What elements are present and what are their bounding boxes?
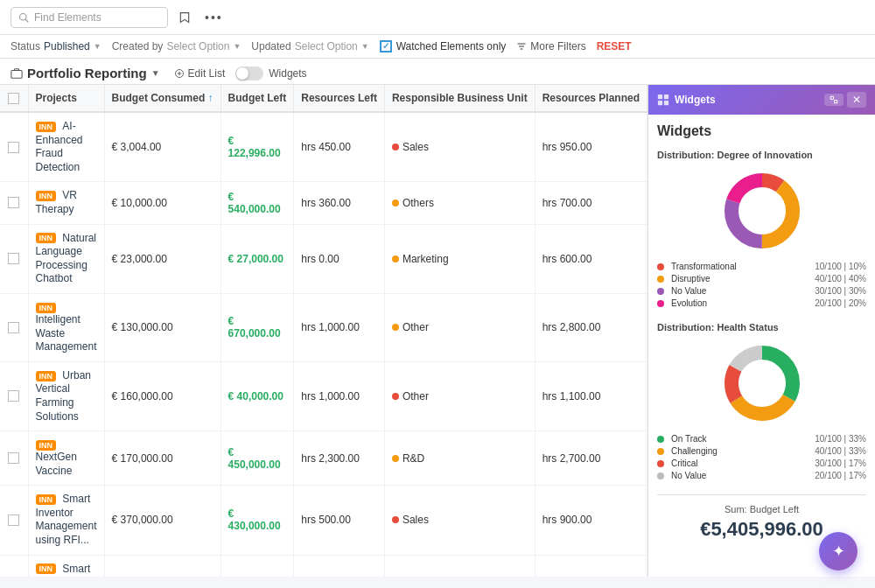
watched-label: Watched Elements only — [396, 40, 507, 52]
portfolio-icon — [10, 67, 23, 80]
row-budget-left: € 670,000.00 — [220, 293, 294, 361]
table-row: INN Smart Home Automation Integration € … — [0, 555, 648, 577]
edit-list-button[interactable]: Edit List — [174, 67, 226, 80]
row-project: INN Natural Language Processing Chatbot — [28, 224, 104, 293]
row-tag: INN — [36, 122, 57, 132]
svg-rect-11 — [658, 101, 662, 105]
created-filter[interactable]: Created by Select Option ▼ — [112, 40, 242, 52]
status-filter[interactable]: Status Published ▼ — [10, 40, 102, 52]
row-tag: INN — [36, 303, 57, 313]
table-area[interactable]: Projects Budget Consumed ↑ Budget Left R… — [0, 85, 648, 577]
panel-title: Widgets — [675, 94, 716, 106]
row-checkbox-cell — [0, 293, 28, 361]
row-resources-planned: hrs 2,700.00 — [535, 431, 647, 486]
budget-left-link[interactable]: € 450,000.00 — [228, 446, 281, 471]
row-rbu: Marketing — [384, 224, 535, 293]
filter-icon — [516, 41, 527, 52]
row-checkbox[interactable] — [8, 322, 19, 333]
select-all-checkbox[interactable] — [8, 93, 19, 104]
row-project: INN Intelligent Waste Management — [28, 293, 104, 361]
th-rbu: Responsible Business Unit — [384, 85, 535, 112]
row-budget-left: € 122,996.00 — [220, 112, 294, 182]
bookmark-icon — [178, 11, 191, 24]
row-resources-left: hrs 1,000.00 — [294, 293, 385, 361]
panel-header-left: Widgets — [657, 94, 716, 106]
panel-close-button[interactable]: ✕ — [847, 92, 866, 108]
reset-button[interactable]: RESET — [597, 40, 632, 52]
donut2-chart — [657, 340, 866, 427]
donut1-section: Distribution: Degree of Innovation — [657, 150, 866, 308]
created-value: Select Option — [166, 40, 229, 52]
svg-rect-14 — [835, 101, 837, 103]
budget-left-link[interactable]: € 430,000.00 — [228, 508, 281, 532]
sort-icon: ↑ — [208, 92, 214, 104]
row-checkbox[interactable] — [8, 197, 19, 208]
row-budget-consumed: € 130,000.00 — [104, 293, 220, 361]
search-icon — [18, 12, 29, 23]
th-select-all[interactable] — [0, 85, 28, 112]
status-value: Published — [44, 40, 90, 52]
row-checkbox[interactable] — [8, 253, 19, 264]
watched-filter[interactable]: ✓ Watched Elements only — [380, 40, 507, 52]
row-budget-left: € 540,000.00 — [220, 182, 294, 224]
widgets-label: Widgets — [269, 67, 306, 80]
panel-resize-button[interactable] — [824, 94, 844, 106]
main-layout: Projects Budget Consumed ↑ Budget Left R… — [0, 85, 875, 577]
row-resources-left: hrs 750.00 — [294, 555, 385, 577]
row-budget-consumed: € 160,000.00 — [104, 361, 220, 430]
legend-item: Evolution 20/100 | 20% — [657, 298, 866, 308]
legend-item: On Track 10/100 | 33% — [657, 434, 866, 444]
row-checkbox[interactable] — [8, 452, 19, 464]
row-checkbox[interactable] — [8, 390, 19, 402]
table-row: INN Urban Vertical Farming Solutions € 1… — [0, 361, 648, 430]
more-filters-button[interactable]: More Filters — [516, 40, 585, 52]
widgets-toggle[interactable]: Widgets — [235, 66, 306, 80]
row-rbu: R&D — [384, 431, 535, 486]
row-resources-planned: hrs 600.00 — [535, 224, 647, 293]
row-checkbox[interactable] — [8, 514, 19, 526]
row-budget-left: € 600,000.00 — [220, 555, 294, 577]
title-dropdown-icon[interactable]: ▼ — [151, 68, 160, 78]
row-checkbox-cell — [0, 224, 28, 293]
search-box[interactable]: Find Elements — [10, 7, 168, 28]
watched-checkbox[interactable]: ✓ — [380, 40, 392, 52]
row-budget-consumed: € 10,000.00 — [104, 182, 220, 224]
table-row: INN AI-Enhanced Fraud Detection € 3,004.… — [0, 112, 648, 182]
row-checkbox[interactable] — [8, 142, 19, 153]
updated-filter[interactable]: Updated Select Option ▼ — [251, 40, 368, 52]
row-tag: INN — [36, 494, 57, 505]
budget-left-link[interactable]: € 540,000.00 — [228, 191, 281, 215]
budget-left-link[interactable]: € 27,000.00 — [228, 253, 284, 265]
row-tag: INN — [36, 191, 57, 201]
row-checkbox-cell — [0, 361, 28, 430]
row-tag: INN — [36, 564, 57, 574]
svg-rect-12 — [664, 101, 668, 105]
row-project: INN Urban Vertical Farming Solutions — [28, 361, 104, 430]
budget-left-link[interactable]: € 122,996.00 — [228, 135, 281, 159]
row-budget-consumed: € 23,000.00 — [104, 224, 220, 293]
panel-header: Widgets ✕ — [648, 85, 875, 115]
budget-left-link[interactable]: € 40,000.00 — [228, 390, 284, 402]
bookmark-button[interactable] — [175, 8, 194, 27]
legend-item: Challenging 40/100 | 33% — [657, 446, 866, 456]
panel-body[interactable]: Widgets Distribution: Degree of Innovati… — [648, 115, 875, 577]
fab-icon: ✦ — [832, 542, 845, 561]
row-resources-left: hrs 0.00 — [294, 224, 385, 293]
more-button[interactable]: ••• — [201, 7, 227, 28]
donut1-chart — [657, 167, 866, 255]
th-budget-consumed[interactable]: Budget Consumed ↑ — [104, 85, 220, 112]
widgets-panel-icon — [657, 94, 669, 106]
status-dropdown-icon: ▼ — [94, 42, 102, 51]
budget-left-link[interactable]: € 670,000.00 — [228, 315, 281, 340]
row-rbu: Sales — [384, 112, 535, 182]
th-resources-left: Resources Left — [294, 85, 385, 112]
page-title-area: Portfolio Reporting ▼ — [10, 66, 160, 80]
widgets-toggle-knob — [236, 67, 248, 80]
row-budget-consumed: € 400,000.00 — [104, 555, 220, 577]
row-checkbox-cell — [0, 112, 28, 182]
fab-button[interactable]: ✦ — [819, 532, 858, 570]
row-tag: INN — [36, 233, 57, 243]
row-rbu: Other — [384, 293, 535, 361]
widgets-toggle-track[interactable] — [235, 66, 263, 80]
row-rbu: IT — [384, 555, 535, 577]
